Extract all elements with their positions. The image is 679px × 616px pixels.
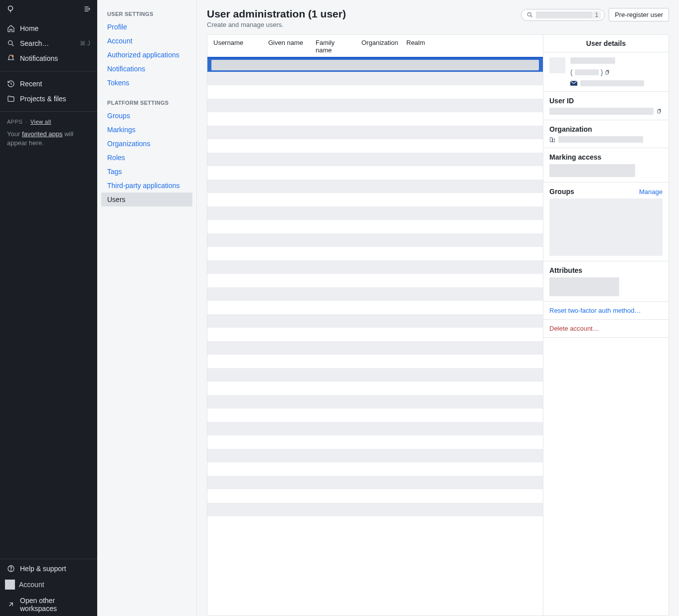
nav-recent-label: Recent [20,80,42,88]
col-realm[interactable]: Realm [400,35,543,58]
table-row[interactable] [207,193,543,206]
table-row[interactable] [207,462,543,476]
table-row[interactable] [207,233,543,247]
settings-groups[interactable]: Groups [101,109,192,123]
nav-account[interactable]: Account [0,576,97,593]
settings-users[interactable]: Users [101,193,192,206]
table-row[interactable] [207,206,543,220]
table-row[interactable] [207,328,543,341]
svg-point-4 [10,570,11,571]
svg-rect-7 [606,71,608,75]
table-header: Username Given name Family name Organiza… [207,35,543,58]
table-row[interactable] [207,287,543,301]
apps-header: APPS · View all [0,114,97,127]
settings-profile[interactable]: Profile [101,20,192,34]
page-subtitle: Create and manage users. [207,21,346,28]
details-marking-access: Marking access [543,148,669,183]
nav-account-label: Account [19,581,44,589]
preregister-user-button[interactable]: Pre-register user [609,8,669,21]
table-row[interactable] [207,476,543,489]
svg-point-0 [8,6,13,10]
user-avatar [549,57,565,73]
table-row[interactable] [207,382,543,395]
user-details-panel: User details ( ) [543,35,669,616]
nav-home[interactable]: Home [0,21,97,36]
settings-authorized-apps[interactable]: Authorized applications [101,48,192,62]
settings-third-party[interactable]: Third-party applications [101,179,192,193]
col-username[interactable]: Username [207,35,262,58]
nav-projects[interactable]: Projects & files [0,91,97,106]
reset-2fa-link[interactable]: Reset two-factor auth method… [543,302,669,320]
table-row[interactable] [207,368,543,382]
user-search-box[interactable]: 1 [521,9,605,21]
user-username [575,69,599,75]
table-row[interactable] [207,301,543,314]
app-logo [6,4,15,13]
table-row[interactable] [207,180,543,193]
settings-organizations[interactable]: Organizations [101,137,192,151]
platform-settings-heading: PLATFORM SETTINGS [101,96,192,109]
favorited-apps-link[interactable]: favorited apps [22,130,63,138]
table-row[interactable] [207,341,543,355]
col-organization[interactable]: Organization [355,35,400,58]
nav-recent[interactable]: Recent [0,76,97,91]
table-row[interactable] [207,435,543,449]
nav-notifications[interactable]: Notifications [0,51,97,66]
copy-username-icon[interactable] [605,69,611,76]
table-row[interactable] [207,153,543,166]
nav-open-workspaces[interactable]: Open other workspaces [0,593,97,616]
table-row[interactable] [207,58,543,72]
table-row[interactable] [207,85,543,99]
table-row[interactable] [207,489,543,503]
table-row[interactable] [207,503,543,516]
svg-point-1 [8,41,12,45]
settings-account[interactable]: Account [101,34,192,48]
delete-account-link[interactable]: Delete account… [543,320,669,338]
user-search-input[interactable] [536,11,592,18]
table-row[interactable] [207,260,543,274]
table-row[interactable] [207,72,543,85]
favorited-apps-text: Your favorited apps will appear here. [0,127,97,151]
svg-point-2 [11,55,13,57]
table-row[interactable] [207,139,543,153]
table-row[interactable] [207,126,543,139]
user-settings-heading: USER SETTINGS [101,7,192,20]
table-row[interactable] [207,166,543,180]
settings-markings[interactable]: Markings [101,123,192,137]
table-row[interactable] [207,220,543,233]
table-row[interactable] [207,395,543,409]
folder-icon [7,95,15,103]
table-row[interactable] [207,355,543,368]
settings-roles[interactable]: Roles [101,151,192,165]
collapse-sidebar-icon[interactable] [83,5,91,13]
col-given-name[interactable]: Given name [262,35,310,58]
svg-rect-10 [658,110,660,114]
settings-tokens[interactable]: Tokens [101,76,192,90]
email-icon [570,81,577,86]
bell-icon [7,54,15,62]
settings-notifications[interactable]: Notifications [101,62,192,76]
copy-user-id-icon[interactable] [657,108,663,115]
nav-help-label: Help & support [20,565,66,573]
sidebar-settings: USER SETTINGS Profile Account Authorized… [97,0,197,616]
col-family-name[interactable]: Family name [310,35,355,58]
table-row[interactable] [207,314,543,328]
nav-help[interactable]: Help & support [0,561,97,576]
table-row[interactable] [207,449,543,462]
settings-tags[interactable]: Tags [101,165,192,179]
table-row[interactable] [207,112,543,126]
manage-groups-link[interactable]: Manage [639,188,663,196]
table-row[interactable] [207,422,543,435]
nav-home-label: Home [20,24,38,32]
table-row[interactable] [207,409,543,422]
home-icon [7,24,15,32]
table-row[interactable] [207,274,543,287]
table-row[interactable] [207,247,543,260]
main-content: User administration (1 user) Create and … [197,0,679,616]
nav-search[interactable]: Search… ⌘ J [0,36,97,51]
search-result-count: 1 [592,11,602,19]
search-icon [526,11,533,18]
view-all-apps-link[interactable]: View all [30,119,51,125]
table-row[interactable] [207,99,543,112]
search-icon [7,39,15,47]
